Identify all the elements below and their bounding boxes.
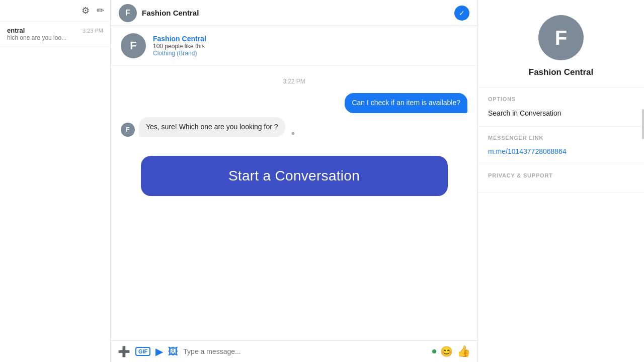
outgoing-message-row: Can I check if an item is available? <box>121 93 467 113</box>
sidebar-item-name: entral <box>7 27 25 34</box>
incoming-avatar: F <box>121 123 135 137</box>
start-conversation-area: Start a Conversation <box>121 141 467 211</box>
privacy-support-label: PRIVACY & SUPPORT <box>488 172 634 178</box>
options-label: OPTIONS <box>488 96 634 102</box>
settings-icon[interactable]: ⚙ <box>82 5 90 16</box>
right-panel-scrollbar[interactable] <box>642 109 644 139</box>
chat-area: F Fashion Central ✓ F Fashion Central 10… <box>111 0 478 362</box>
privacy-support-section: PRIVACY & SUPPORT <box>478 164 644 193</box>
outgoing-bubble: Can I check if an item is available? <box>345 93 467 113</box>
chat-header-avatar: F <box>119 4 137 22</box>
message-status-icon: ● <box>291 129 295 137</box>
sticker-icon[interactable]: ▶ <box>155 345 163 357</box>
business-details: Fashion Central 100 people like this Clo… <box>153 35 206 57</box>
right-panel: F Fashion Central OPTIONS Search in Conv… <box>478 0 644 362</box>
incoming-bubble: Yes, sure! Which one are you looking for… <box>139 117 285 137</box>
incoming-message-row: F Yes, sure! Which one are you looking f… <box>121 117 467 137</box>
sidebar-item-fashion-central[interactable]: entral 3:23 PM hich one are you loo... <box>0 22 110 47</box>
sidebar: ⚙ ✏ entral 3:23 PM hich one are you loo.… <box>0 0 111 362</box>
messenger-link-url[interactable]: m.me/101437728068864 <box>488 147 567 155</box>
add-icon[interactable]: ➕ <box>118 345 130 357</box>
search-in-conversation[interactable]: Search in Conversation <box>488 108 634 118</box>
online-dot <box>432 349 436 353</box>
right-panel-avatar: F <box>538 15 584 60</box>
messenger-link-label: MESSENGER LINK <box>488 135 634 141</box>
messenger-link-section: MESSENGER LINK m.me/101437728068864 <box>478 127 644 164</box>
right-panel-profile: F Fashion Central <box>478 0 644 88</box>
right-panel-name: Fashion Central <box>529 67 593 77</box>
business-type: Clothing (Brand) <box>153 50 206 57</box>
like-button[interactable]: 👍 <box>457 345 470 358</box>
chat-header-title: Fashion Central <box>142 9 449 17</box>
business-name[interactable]: Fashion Central <box>153 35 206 43</box>
business-likes: 100 people like this <box>153 43 206 50</box>
sidebar-header: ⚙ ✏ <box>0 0 110 22</box>
emoji-button[interactable]: 😊 <box>440 345 453 357</box>
business-avatar: F <box>121 33 146 58</box>
image-icon[interactable]: 🖼 <box>168 346 178 357</box>
chat-header: F Fashion Central ✓ <box>111 0 477 26</box>
compose-icon[interactable]: ✏ <box>97 5 104 16</box>
verified-checkmark: ✓ <box>454 6 469 21</box>
business-info-banner: F Fashion Central 100 people like this C… <box>111 26 477 66</box>
sidebar-item-preview: hich one are you loo... <box>7 34 103 41</box>
message-timestamp: 3:22 PM <box>121 78 467 85</box>
gif-button[interactable]: GIF <box>135 347 150 356</box>
send-actions: 😊 👍 <box>432 345 470 358</box>
sidebar-item-time: 3:23 PM <box>83 28 103 34</box>
chat-input-bar: ➕ GIF ▶ 🖼 😊 👍 <box>111 340 477 362</box>
message-input[interactable] <box>183 347 427 355</box>
messages-container: 3:22 PM Can I check if an item is availa… <box>111 66 477 340</box>
options-section: OPTIONS Search in Conversation <box>478 88 644 127</box>
start-conversation-button[interactable]: Start a Conversation <box>141 156 448 196</box>
